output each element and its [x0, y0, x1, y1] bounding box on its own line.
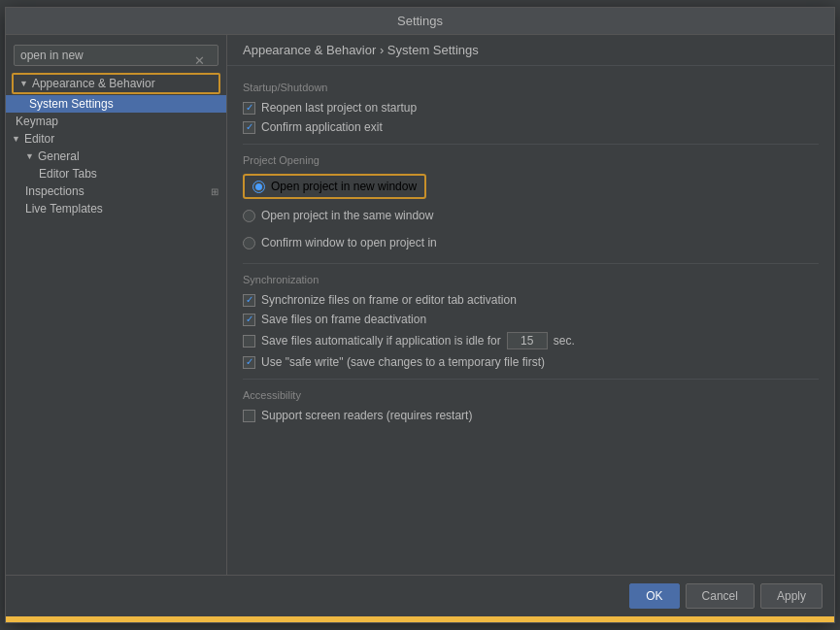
sidebar-item-system-settings[interactable]: System Settings [6, 95, 226, 113]
expand-icon: ▼ [12, 134, 20, 144]
save-idle-checkbox[interactable] [243, 335, 255, 348]
bottom-bar: OK Cancel Apply [6, 575, 834, 616]
main-content: Startup/Shutdown Reopen last project on … [227, 66, 834, 575]
idle-time-input[interactable] [507, 332, 548, 349]
apply-button[interactable]: Apply [760, 583, 823, 609]
project-opening-section-title: Project Opening [243, 154, 819, 166]
safe-write-checkbox[interactable] [243, 356, 255, 369]
search-clear-icon[interactable]: ✕ [194, 53, 205, 68]
window-title: Settings [397, 14, 443, 28]
sidebar-item-label: System Settings [29, 97, 114, 111]
appearance-behavior-highlight: ▼ Appearance & Behavior [12, 73, 220, 94]
screen-readers-checkbox[interactable] [243, 410, 255, 422]
divider-2 [243, 263, 819, 264]
sidebar-item-label: Appearance & Behavior [32, 77, 155, 90]
search-container: ✕ [14, 45, 218, 66]
safe-write-label: Use "safe write" (save changes to a temp… [261, 355, 545, 369]
option-reopen-last: Reopen last project on startup [243, 101, 819, 115]
ok-button[interactable]: OK [629, 583, 679, 609]
sync-files-label: Synchronize files on frame or editor tab… [261, 293, 517, 307]
confirm-exit-checkbox[interactable] [243, 121, 255, 134]
reopen-last-checkbox[interactable] [243, 102, 255, 115]
sidebar-item-keymap[interactable]: Keymap [6, 113, 226, 130]
divider-1 [243, 144, 819, 145]
accessibility-section-title: Accessibility [243, 389, 819, 401]
breadcrumb: Appearance & Behavior › System Settings [227, 35, 834, 66]
open-new-window-label: Open project in new window [271, 180, 417, 193]
option-save-deactivation: Save files on frame deactivation [243, 313, 819, 326]
option-save-idle: Save files automatically if application … [243, 332, 819, 349]
sync-files-checkbox[interactable] [243, 294, 255, 307]
search-box-container: ✕ [6, 39, 226, 72]
reopen-last-label: Reopen last project on startup [261, 101, 417, 115]
main-panel: Appearance & Behavior › System Settings … [227, 35, 834, 575]
confirm-window-label: Confirm window to open project in [261, 236, 437, 249]
expand-icon: ▼ [19, 79, 28, 88]
search-input[interactable] [14, 45, 218, 66]
content-area: ✕ ▼ Appearance & Behavior System Setting… [6, 35, 834, 575]
divider-3 [243, 379, 819, 380]
startup-section-title: Startup/Shutdown [243, 82, 819, 93]
settings-window: Settings ✕ ▼ Appearance & Behavior [5, 7, 835, 623]
save-idle-label: Save files automatically if application … [261, 334, 501, 348]
option-safe-write: Use "safe write" (save changes to a temp… [243, 355, 819, 369]
sidebar-item-label: Editor Tabs [39, 167, 97, 181]
inspections-icon: ⊞ [211, 186, 218, 197]
confirm-exit-label: Confirm application exit [261, 120, 383, 134]
sidebar-item-editor-tabs[interactable]: Editor Tabs [6, 165, 226, 182]
idle-suffix: sec. [554, 334, 575, 348]
option-sync-files: Synchronize files on frame or editor tab… [243, 293, 819, 307]
sidebar-item-editor[interactable]: ▼ Editor [6, 130, 226, 148]
sidebar-item-label: Inspections [25, 184, 84, 198]
sidebar-item-inspections[interactable]: Inspections ⊞ [6, 182, 226, 200]
sidebar-item-label: Live Templates [25, 202, 103, 216]
open-same-window-label: Open project in the same window [261, 209, 433, 222]
sidebar-item-appearance-behavior[interactable]: ▼ Appearance & Behavior [14, 75, 218, 92]
option-confirm-window: Confirm window to open project in [243, 232, 819, 253]
status-bar [6, 616, 834, 622]
sidebar-item-label: Editor [24, 132, 54, 146]
expand-icon: ▼ [25, 151, 34, 161]
option-screen-readers: Support screen readers (requires restart… [243, 409, 819, 422]
open-new-window-radio[interactable] [252, 181, 265, 193]
open-same-window-radio[interactable] [243, 210, 255, 222]
sidebar-item-label: Keymap [16, 115, 58, 128]
sidebar-item-live-templates[interactable]: Live Templates [6, 200, 226, 217]
open-new-window-highlight: Open project in new window [243, 174, 426, 199]
save-deactivation-label: Save files on frame deactivation [261, 313, 426, 326]
confirm-window-radio[interactable] [243, 237, 255, 249]
title-bar: Settings [6, 8, 834, 35]
save-deactivation-checkbox[interactable] [243, 314, 255, 326]
cancel-button[interactable]: Cancel [686, 583, 755, 609]
sidebar: ✕ ▼ Appearance & Behavior System Setting… [6, 35, 227, 575]
screen-readers-label: Support screen readers (requires restart… [261, 409, 472, 422]
option-open-same-window: Open project in the same window [243, 205, 819, 226]
sidebar-item-general[interactable]: ▼ General [6, 148, 226, 165]
option-confirm-exit: Confirm application exit [243, 120, 819, 134]
sidebar-item-label: General [38, 149, 80, 163]
sync-section-title: Synchronization [243, 274, 819, 285]
